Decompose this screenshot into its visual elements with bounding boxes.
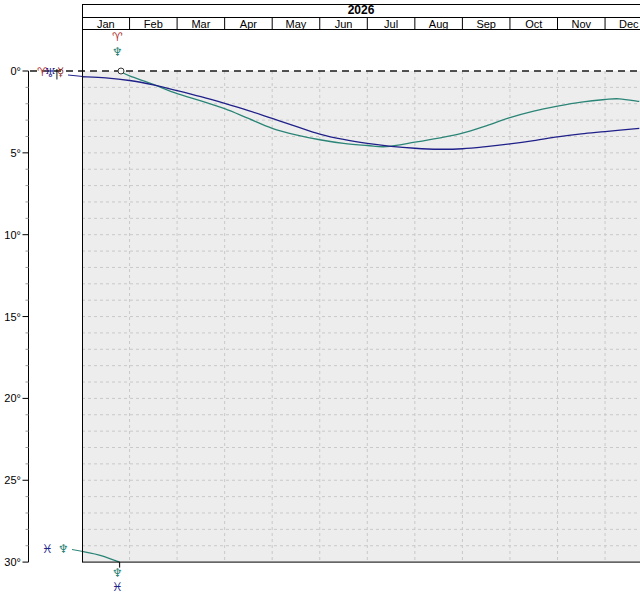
- y-axis-label-10: 10°: [0, 230, 21, 241]
- y-axis-label-0: 0°: [0, 66, 21, 77]
- pisces-start-icon: ♓: [42, 543, 53, 556]
- teal-label-connector: [72, 550, 83, 552]
- y-axis-label-25: 25°: [0, 475, 21, 486]
- month-label-feb: Feb: [130, 19, 178, 30]
- month-label-aug: Aug: [415, 19, 463, 30]
- pluto-start-icon: ☿: [57, 66, 64, 79]
- month-label-oct: Oct: [510, 19, 558, 30]
- graphic-ephemeris: 2026 JanFebMarAprMayJunJulAugSepOctNovDe…: [0, 0, 640, 601]
- month-label-mar: Mar: [177, 19, 225, 30]
- month-label-sep: Sep: [462, 19, 510, 30]
- y-axis-label-15: 15°: [0, 312, 21, 323]
- year-title: 2026: [82, 4, 640, 16]
- y-axis-label-5: 5°: [0, 148, 21, 159]
- month-label-jul: Jul: [367, 19, 415, 30]
- navy-label-connector: [68, 75, 83, 77]
- month-label-jun: Jun: [320, 19, 368, 30]
- plot-canvas: [0, 0, 640, 601]
- month-label-dec: Dec: [605, 19, 640, 30]
- aries-ingress-icon: ♈: [112, 31, 123, 44]
- neptune-ingress-icon: ♆: [112, 46, 123, 59]
- y-axis-label-20: 20°: [0, 393, 21, 404]
- month-label-nov: Nov: [558, 19, 606, 30]
- neptune-start-icon: ♆: [58, 543, 69, 556]
- neptune-egress-icon: ♆: [112, 567, 123, 580]
- ingress-circle-marker: [118, 68, 124, 74]
- month-label-may: May: [272, 19, 320, 30]
- month-label-apr: Apr: [225, 19, 273, 30]
- y-axis-label-30: 30°: [0, 557, 21, 568]
- pisces-egress-icon: ♓: [112, 581, 123, 594]
- month-label-jan: Jan: [82, 19, 130, 30]
